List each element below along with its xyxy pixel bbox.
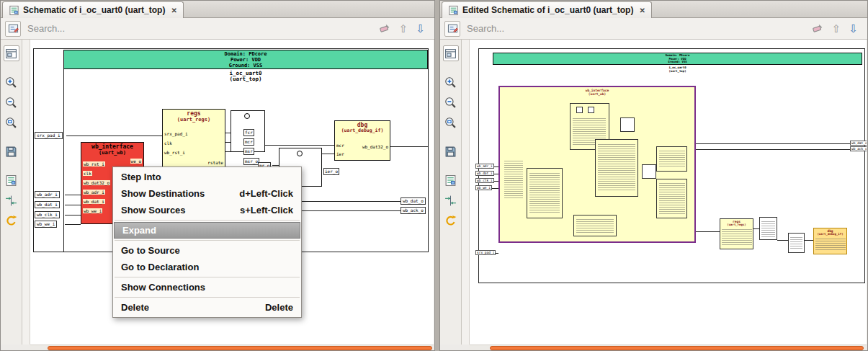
instance-label: i_oc_uart0 (uart_top) bbox=[63, 71, 428, 82]
mini-gate bbox=[588, 107, 594, 113]
port-wb-ack-o[interactable]: wb_ack_o bbox=[850, 146, 867, 151]
refresh-button[interactable] bbox=[443, 213, 459, 228]
view-mode-button[interactable] bbox=[4, 45, 19, 61]
mini-block[interactable] bbox=[573, 215, 617, 236]
menu-item-go-to-source[interactable]: Go to Source bbox=[113, 242, 301, 259]
menu-item-step-into[interactable]: Step Into bbox=[113, 169, 301, 185]
schematic-toolbar bbox=[1, 40, 22, 345]
block-dbg-small[interactable]: dbg (uart_debug_if) bbox=[813, 228, 847, 254]
schematic-tab-icon bbox=[9, 5, 19, 16]
menu-item-show-destinations[interactable]: Show Destinations d+Left-Click bbox=[113, 185, 301, 202]
port-wb-we-i[interactable]: wb_we_i bbox=[35, 221, 57, 228]
edit-schematic-button[interactable] bbox=[444, 21, 460, 37]
trace-signal-button[interactable] bbox=[4, 192, 19, 208]
search-next-icon[interactable]: ⇩ bbox=[416, 23, 425, 34]
port-wb-ack-o[interactable]: wb_ack_o bbox=[401, 207, 426, 214]
mini-gate bbox=[576, 107, 583, 113]
edited-schematic-canvas[interactable]: Domain: PDcore Power: VDD Ground: VSS i_… bbox=[470, 40, 867, 345]
search-actions: ⇧ ⇩ bbox=[812, 22, 863, 35]
wire bbox=[225, 142, 231, 143]
port-wb-clk-i[interactable]: wb_clk_i bbox=[475, 178, 494, 183]
mini-gate[interactable] bbox=[620, 117, 635, 132]
search-toolbar: ⇧ ⇩ bbox=[440, 18, 867, 40]
horizontal-scrollbar[interactable] bbox=[470, 345, 867, 350]
scrollbar-thumb[interactable] bbox=[490, 346, 864, 350]
zoom-selection-button[interactable] bbox=[4, 115, 19, 130]
block-wb-interface-expanded[interactable]: wb_interface (uart_wb) bbox=[498, 86, 696, 243]
scrollbar-thumb[interactable] bbox=[48, 346, 432, 350]
micro-text bbox=[598, 144, 635, 192]
options-button[interactable] bbox=[4, 172, 19, 188]
wire bbox=[301, 201, 401, 202]
port-wb-adr-i[interactable]: wb_adr_i bbox=[475, 164, 494, 169]
port-wb-adr-i[interactable]: wb_adr_i bbox=[35, 191, 60, 198]
block-subtitle: (uart_wb) bbox=[81, 150, 143, 156]
horizontal-scrollbar[interactable] bbox=[30, 345, 434, 350]
search-next-icon[interactable]: ⇩ bbox=[849, 23, 858, 34]
zoom-out-button[interactable] bbox=[443, 94, 459, 110]
mini-block[interactable] bbox=[527, 168, 563, 218]
wire bbox=[65, 205, 81, 205]
gate-symbol[interactable] bbox=[788, 233, 805, 253]
menu-item-go-to-declaration[interactable]: Go to Declaration bbox=[113, 259, 301, 275]
block-regs-small[interactable]: regs (uart_regs) bbox=[720, 218, 753, 249]
search-actions: ⇧ ⇩ bbox=[379, 22, 430, 35]
vertical-scrollbar[interactable] bbox=[22, 40, 30, 345]
port-srx-pad-i[interactable]: srx_pad_i bbox=[475, 250, 496, 255]
options-button[interactable] bbox=[443, 172, 459, 188]
zoom-in-button[interactable] bbox=[4, 74, 19, 90]
menu-item-delete[interactable]: Delete Delete bbox=[113, 299, 301, 316]
block-regs[interactable]: regs (uart_regs) srx_pad_i clk wb_rst_i … bbox=[162, 109, 225, 168]
block-title: wb_interface bbox=[500, 87, 694, 92]
tab-close-icon[interactable]: ✕ bbox=[639, 6, 645, 14]
search-input[interactable] bbox=[27, 23, 372, 34]
port-wb-dat-i[interactable]: wb_dat_i bbox=[475, 171, 494, 176]
vertical-scrollbar[interactable] bbox=[462, 40, 470, 345]
tab-schematic[interactable]: Schematic of i_oc_uart0 (uart_top) ✕ bbox=[2, 1, 184, 18]
port-wb-dat-o[interactable]: wb_dat_o bbox=[850, 141, 867, 146]
pin-label: ier bbox=[336, 151, 344, 156]
zoom-out-button[interactable] bbox=[4, 94, 19, 110]
micro-text bbox=[504, 161, 523, 198]
trace-signal-button[interactable] bbox=[443, 192, 459, 208]
save-button[interactable] bbox=[4, 143, 19, 159]
port-srx-pad-i[interactable]: srx_pad_i bbox=[35, 132, 63, 139]
menu-separator bbox=[115, 220, 300, 221]
refresh-button[interactable] bbox=[4, 213, 19, 228]
menu-item-show-connections[interactable]: Show Connections bbox=[113, 279, 301, 296]
menu-label: Go to Declaration bbox=[121, 262, 199, 272]
search-input[interactable] bbox=[467, 23, 805, 34]
clear-search-icon[interactable] bbox=[379, 22, 391, 35]
gate-circle-icon bbox=[244, 113, 250, 119]
pin-label: wb_rst_i bbox=[164, 150, 185, 155]
wire bbox=[272, 165, 279, 166]
search-prev-icon[interactable]: ⇧ bbox=[399, 23, 408, 34]
micro-text bbox=[815, 239, 846, 252]
mini-block[interactable] bbox=[656, 179, 687, 218]
port-wb-dat-o[interactable]: wb_dat_o bbox=[401, 197, 426, 205]
mini-block[interactable] bbox=[595, 139, 638, 197]
search-prev-icon[interactable]: ⇧ bbox=[832, 23, 841, 34]
pin-label: clk bbox=[83, 171, 92, 176]
tab-close-icon[interactable]: ✕ bbox=[171, 6, 176, 14]
clear-search-icon[interactable] bbox=[812, 22, 824, 35]
edit-schematic-button[interactable] bbox=[5, 21, 21, 37]
mini-block[interactable] bbox=[656, 146, 687, 172]
micro-text bbox=[722, 229, 752, 246]
menu-label: Show Sources bbox=[121, 205, 186, 216]
block-title: wb_interface bbox=[81, 143, 143, 150]
port-wb-we-i[interactable]: wb_we_i bbox=[475, 185, 492, 190]
block-dbg[interactable]: dbg (uart_debug_if) mcr ier wb_dat32_o bbox=[334, 120, 390, 161]
mini-gate[interactable] bbox=[642, 164, 656, 179]
save-button[interactable] bbox=[443, 143, 459, 159]
view-mode-button[interactable] bbox=[443, 45, 459, 61]
tab-edited-schematic[interactable]: Edited Schematic of i_oc_uart0 (uart_top… bbox=[442, 1, 652, 18]
menu-item-expand[interactable]: Expand bbox=[114, 222, 300, 239]
wire bbox=[301, 210, 401, 211]
zoom-selection-button[interactable] bbox=[443, 115, 459, 130]
zoom-in-button[interactable] bbox=[443, 74, 459, 90]
menu-item-show-sources[interactable]: Show Sources s+Left-Click bbox=[113, 202, 301, 218]
port-wb-dat-i[interactable]: wb_dat_i bbox=[35, 201, 60, 208]
gate-symbol[interactable] bbox=[759, 217, 777, 240]
port-wb-clk-i[interactable]: wb_clk_i bbox=[35, 211, 60, 218]
